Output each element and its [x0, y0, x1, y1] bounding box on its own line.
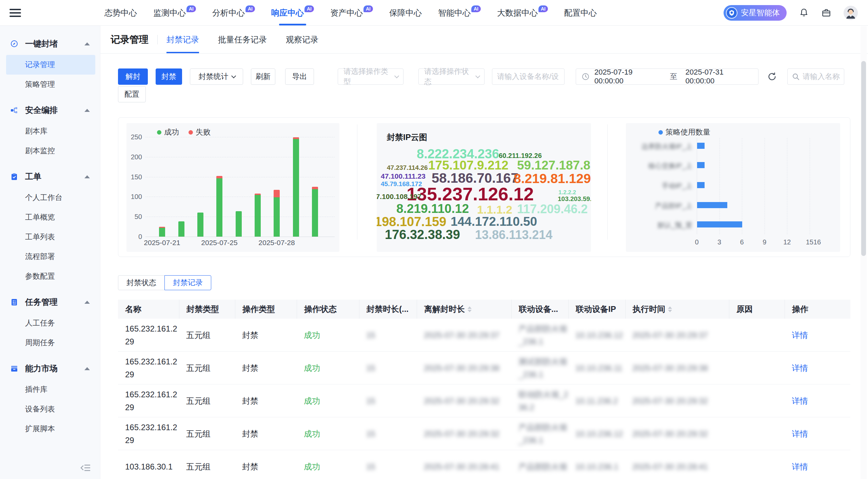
block-stats-button[interactable]: 封禁统计: [190, 68, 243, 85]
op-type-placeholder: 请选择操作类型: [343, 66, 394, 87]
column-label: 联动设备IP: [576, 304, 616, 315]
cell-device: 联动防火墙_236.2: [511, 384, 568, 417]
ai-badge: AI: [538, 5, 548, 12]
detail-link[interactable]: 详情: [792, 460, 808, 473]
nav-item-4[interactable]: 资产中心AI: [330, 0, 373, 25]
sidebar-item-0-0[interactable]: 记录管理: [6, 55, 95, 75]
date-start: 2025-07-19 00:00:00: [594, 68, 662, 85]
nav-item-3[interactable]: 响应中心AI: [271, 0, 314, 25]
scrollbar-thumb[interactable]: [861, 61, 866, 256]
op-type-select[interactable]: 请选择操作类型: [338, 68, 403, 85]
sidebar-item-2-4[interactable]: 参数配置: [6, 266, 95, 286]
cell-duration: 15: [359, 319, 417, 352]
sidebar-item-4-2[interactable]: 扩展脚本: [6, 419, 95, 439]
redacted-value: 2025-07-30 20:29:37: [424, 329, 499, 341]
flow-icon: [10, 106, 18, 114]
sidebar-item-4-0[interactable]: 插件库: [6, 380, 95, 399]
sidebar-item-4-1[interactable]: 设备列表: [6, 399, 95, 419]
x-axis-label: 9: [758, 238, 771, 246]
nav-item-label: 分析中心: [212, 7, 245, 18]
detail-link[interactable]: 详情: [792, 362, 808, 374]
policy-label-blurred: 产品部IP_上: [631, 201, 692, 211]
tab-0[interactable]: 封禁记录: [166, 26, 199, 53]
date-end: 2025-07-31 00:00:00: [686, 68, 753, 85]
refresh-button[interactable]: 刷新: [251, 68, 275, 85]
detail-link[interactable]: 详情: [792, 329, 808, 341]
toggle-option-0[interactable]: 封禁状态: [118, 275, 165, 290]
sidebar-group-header-3[interactable]: 任务管理: [0, 291, 100, 313]
policy-bar-3: [697, 202, 727, 208]
sidebar-item-3-1[interactable]: 周期任务: [6, 333, 95, 353]
tab-2[interactable]: 观察记录: [286, 26, 318, 53]
sidebar-item-1-0[interactable]: 剧本库: [6, 121, 95, 141]
column-label: 离解封时长: [424, 304, 465, 315]
bar-success-segment: [159, 228, 165, 237]
nav-item-label: 态势中心: [104, 7, 137, 18]
sidebar-item-0-1[interactable]: 策略管理: [6, 75, 95, 94]
sidebar-item-1-1[interactable]: 剧本监控: [6, 141, 95, 161]
sidebar-item-2-1[interactable]: 工单概览: [6, 207, 95, 227]
column-header-reason: 原因: [729, 300, 785, 319]
nav-item-5[interactable]: 保障中心: [389, 0, 422, 25]
nav-item-0[interactable]: 态势中心: [104, 0, 137, 25]
bar-0: [159, 227, 165, 237]
table-header: 名称封禁类型操作类型操作状态封禁时长(...离解封时长联动设备...联动设备IP…: [118, 300, 850, 319]
sidebar-group-header-0[interactable]: 一键封堵: [0, 33, 100, 55]
export-button[interactable]: 导出: [285, 68, 314, 85]
device-name-input[interactable]: [492, 68, 565, 85]
sidebar-item-2-3[interactable]: 流程部署: [6, 247, 95, 266]
cell-exec_time: 2025-07-30 20:29:32: [625, 417, 729, 450]
nav-item-1[interactable]: 监测中心AI: [153, 0, 196, 25]
cell-duration: 15: [359, 384, 417, 417]
sidebar-group-header-2[interactable]: 工单: [0, 165, 100, 188]
op-status-select[interactable]: 请选择操作状态: [418, 68, 485, 85]
bell-icon[interactable]: [799, 8, 809, 18]
config-button[interactable]: 配置: [118, 86, 146, 102]
chart-legend: 成功失败: [157, 127, 211, 137]
sort-icon[interactable]: [668, 306, 672, 312]
sidebar-collapse-icon[interactable]: [80, 463, 91, 474]
nav-item-6[interactable]: 智能中心AI: [438, 0, 481, 25]
menu-icon[interactable]: [9, 9, 21, 17]
search-input[interactable]: [803, 72, 840, 81]
column-header-device: 联动设备...: [511, 300, 568, 319]
bar-success-segment: [255, 195, 261, 237]
nav-item-label: 响应中心: [271, 7, 304, 18]
detail-link[interactable]: 详情: [792, 427, 808, 440]
cell-op_status: 成功: [297, 417, 359, 450]
briefcase-icon[interactable]: [821, 8, 831, 18]
column-header-exec_time[interactable]: 执行时间: [625, 300, 729, 319]
sidebar-group-header-4[interactable]: 能力市场: [0, 357, 100, 380]
sidebar-group-header-1[interactable]: 安全编排: [0, 99, 100, 121]
sidebar-item-label: 插件库: [25, 384, 47, 395]
sidebar-item-2-2[interactable]: 工单列表: [6, 227, 95, 247]
refresh-icon[interactable]: [767, 72, 777, 81]
sidebar-item-3-0[interactable]: 人工任务: [6, 313, 95, 333]
collapse-arrow-icon: [84, 367, 90, 370]
sidebar-item-2-0[interactable]: 个人工作台: [6, 188, 95, 207]
cell-device_ip: 10.10.236.1: [568, 450, 625, 479]
toggle-option-1[interactable]: 封禁记录: [164, 275, 211, 290]
sidebar-group-title: 能力市场: [25, 363, 58, 374]
topbar: 态势中心监测中心AI分析中心AI响应中心AI资产中心AI保障中心智能中心AI大数…: [0, 0, 868, 26]
redacted-value: 15: [366, 395, 375, 407]
nav-item-2[interactable]: 分析中心AI: [212, 0, 255, 25]
cell-name: 165.232.161.229: [118, 384, 179, 417]
date-range-picker[interactable]: 2025-07-19 00:00:00 至 2025-07-31 00:00:0…: [576, 68, 758, 85]
tab-label: 封禁记录: [166, 34, 199, 45]
nav-item-7[interactable]: 大数据中心AI: [497, 0, 548, 25]
cell-name: 165.232.161.229: [118, 352, 179, 384]
active-tab-underline: [279, 24, 306, 25]
detail-link[interactable]: 详情: [792, 395, 808, 407]
redacted-value: 产品部防火墙_236.1: [518, 322, 568, 347]
redacted-value: 10.10.236.12: [575, 329, 623, 341]
avatar[interactable]: [844, 6, 858, 20]
sort-icon[interactable]: [468, 306, 472, 312]
tab-1[interactable]: 批量任务记录: [218, 26, 267, 53]
nav-item-8[interactable]: 配置中心: [564, 0, 597, 25]
agent-badge[interactable]: 安星智能体: [724, 5, 787, 21]
column-header-release_eta[interactable]: 离解封时长: [417, 300, 511, 319]
divider: [607, 124, 608, 240]
unblock-button[interactable]: 解封: [118, 68, 148, 85]
block-button[interactable]: 封禁: [156, 68, 182, 85]
